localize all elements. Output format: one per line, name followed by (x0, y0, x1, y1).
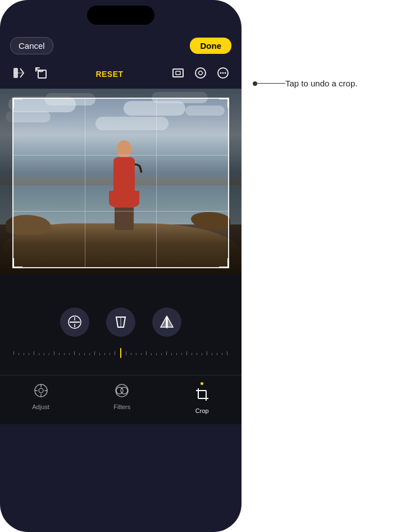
more-icon[interactable] (217, 67, 229, 82)
svg-rect-46 (151, 353, 152, 355)
svg-rect-3 (173, 69, 183, 77)
svg-rect-25 (39, 353, 39, 355)
svg-marker-16 (161, 317, 166, 327)
svg-rect-39 (110, 353, 110, 355)
image-container (0, 89, 242, 274)
below-image (0, 274, 242, 375)
svg-rect-35 (89, 353, 90, 355)
filters-label: Filters (113, 403, 130, 410)
reset-button[interactable]: RESET (95, 70, 123, 79)
annotation-connector (257, 83, 285, 84)
svg-rect-60 (222, 353, 222, 355)
svg-rect-45 (146, 351, 147, 355)
crop-label: Crop (195, 407, 209, 414)
rotate-icon[interactable] (35, 67, 47, 82)
adjust-label: Adjust (32, 403, 49, 410)
cloud-6 (95, 117, 168, 130)
svg-rect-24 (34, 351, 34, 355)
person-head (117, 140, 131, 157)
svg-rect-61 (227, 351, 227, 355)
status-bar (0, 0, 242, 30)
svg-rect-37 (99, 353, 100, 355)
svg-rect-22 (24, 353, 24, 355)
svg-rect-34 (84, 353, 85, 355)
tab-filters[interactable]: Filters (104, 381, 139, 412)
svg-rect-30 (64, 353, 65, 355)
svg-rect-20 (13, 351, 14, 355)
svg-rect-52 (181, 353, 182, 355)
svg-rect-32 (74, 351, 75, 355)
person-body (113, 157, 135, 208)
cloud-2 (45, 93, 95, 106)
horizon-adjust-button[interactable] (60, 308, 89, 337)
svg-point-70 (121, 387, 127, 394)
crop-icon (195, 387, 210, 405)
svg-rect-55 (197, 353, 197, 355)
cancel-button[interactable]: Cancel (10, 37, 53, 54)
aspect-ratio-icon[interactable] (172, 67, 184, 82)
tab-bar: Adjust Filters (0, 375, 242, 424)
edit-toolbar-left (12, 67, 47, 82)
edit-toolbar: RESET (0, 62, 242, 86)
annotation-line: Tap to undo a crop. (253, 79, 419, 88)
svg-rect-47 (156, 353, 157, 355)
svg-rect-40 (115, 351, 115, 355)
svg-rect-23 (29, 353, 29, 355)
svg-rect-56 (202, 353, 202, 355)
svg-rect-75 (198, 391, 206, 398)
svg-rect-33 (79, 353, 80, 355)
svg-rect-27 (49, 353, 49, 355)
svg-rect-44 (141, 353, 142, 355)
svg-rect-4 (176, 71, 180, 75)
svg-rect-43 (136, 353, 136, 355)
ruler-track (0, 347, 242, 359)
svg-rect-49 (166, 351, 167, 355)
svg-rect-53 (186, 351, 187, 355)
filters-icon (115, 383, 129, 401)
svg-rect-29 (59, 353, 60, 355)
svg-rect-28 (54, 351, 54, 355)
markup-icon[interactable] (194, 67, 207, 82)
rocks (0, 223, 242, 274)
annotation-area: Tap to undo a crop. (242, 0, 419, 532)
person-legs (115, 208, 134, 230)
cloud-5 (6, 111, 51, 122)
tab-crop[interactable]: Crop (186, 381, 218, 416)
annotation-dot (253, 81, 257, 86)
photo (0, 89, 242, 274)
cloud-4 (152, 92, 208, 103)
svg-rect-36 (94, 351, 95, 355)
tab-adjust[interactable]: Adjust (23, 381, 58, 412)
svg-rect-54 (192, 353, 192, 355)
perspective-button[interactable] (106, 308, 135, 337)
crop-active-dot (201, 382, 203, 385)
adjustment-buttons (0, 274, 242, 337)
svg-rect-57 (207, 351, 207, 355)
svg-rect-48 (161, 353, 162, 355)
svg-point-8 (222, 72, 224, 74)
cloud-7 (185, 106, 225, 116)
svg-point-68 (116, 384, 128, 397)
svg-rect-26 (44, 353, 44, 355)
svg-rect-19 (120, 348, 121, 358)
person (109, 140, 140, 230)
svg-point-5 (195, 68, 206, 78)
top-toolbar: Cancel Done (0, 30, 242, 61)
svg-point-9 (225, 72, 226, 74)
done-button[interactable]: Done (190, 38, 231, 54)
svg-rect-38 (104, 353, 105, 355)
svg-rect-58 (212, 353, 212, 355)
svg-rect-31 (69, 353, 70, 355)
svg-rect-59 (217, 353, 217, 355)
svg-marker-17 (167, 317, 173, 327)
flip-vertical-icon[interactable] (12, 67, 25, 82)
svg-rect-41 (126, 351, 126, 355)
dynamic-island (87, 6, 154, 25)
svg-rect-50 (171, 353, 172, 355)
ruler-slider[interactable] (0, 347, 242, 359)
svg-rect-42 (131, 353, 131, 355)
svg-point-7 (220, 72, 222, 74)
phone-frame: Cancel Done RESET (0, 0, 242, 532)
svg-rect-21 (19, 353, 19, 355)
flip-button[interactable] (152, 308, 181, 337)
